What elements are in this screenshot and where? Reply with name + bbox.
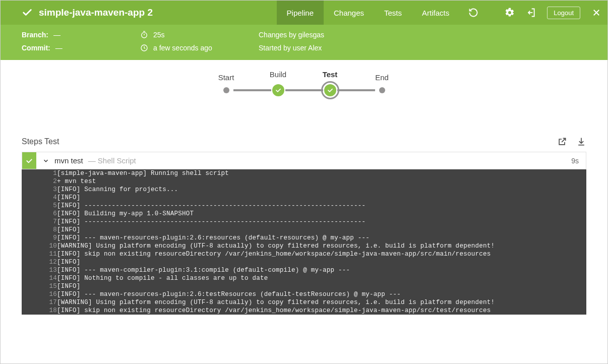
branch-label: Branch: xyxy=(22,31,48,39)
log-line: 8[INFO] xyxy=(22,226,586,234)
meta-started: Started by user Alex xyxy=(259,44,586,52)
age-value: a few seconds ago xyxy=(153,44,212,52)
pipeline-graph: StartBuildTestEnd xyxy=(1,60,607,137)
stage-label: Test xyxy=(323,70,338,79)
tab-tests[interactable]: Tests xyxy=(374,1,412,25)
log-line: 2+ mvn test xyxy=(22,177,586,186)
meta-branch: Branch: — xyxy=(22,31,140,39)
step-desc: — Shell Script xyxy=(88,156,136,165)
stage-label: Start xyxy=(218,73,234,82)
stage-start[interactable]: Start xyxy=(219,87,233,93)
log-line: 12[INFO] xyxy=(22,258,586,266)
logout-button[interactable]: Logout xyxy=(547,7,580,19)
log-line: 3[INFO] Scanning for projects... xyxy=(22,186,586,194)
log-line: 5[INFO] --------------------------------… xyxy=(22,202,586,210)
stage-end[interactable]: End xyxy=(375,87,389,93)
close-icon[interactable] xyxy=(591,8,601,18)
check-icon xyxy=(324,84,336,96)
steps-title: Steps Test xyxy=(22,137,59,146)
log-line: 9[INFO] --- maven-resources-plugin:2.6:r… xyxy=(22,234,586,242)
meta-age: a few seconds ago xyxy=(140,44,259,52)
dot-icon xyxy=(223,87,229,93)
check-icon xyxy=(272,84,284,96)
commit-value: — xyxy=(55,44,63,52)
tab-pipeline[interactable]: Pipeline xyxy=(277,1,324,25)
step-name: mvn test xyxy=(54,156,83,165)
stage-label: End xyxy=(375,73,389,82)
log-line: 17[WARNING] Using platform encoding (UTF… xyxy=(22,298,586,307)
stage-label: Build xyxy=(270,70,286,79)
clock-icon xyxy=(140,44,148,52)
stage-test[interactable]: Test xyxy=(323,84,337,96)
gear-icon[interactable] xyxy=(505,8,515,18)
meta-commit: Commit: — xyxy=(22,44,140,52)
changes-value: Changes by gilesgas xyxy=(259,31,324,39)
page-title: simple-java-maven-app 2 xyxy=(39,7,153,18)
step-duration: 9s xyxy=(564,152,586,169)
tab-bar: PipelineChangesTestsArtifacts xyxy=(277,1,460,25)
meta-changes: Changes by gilesgas xyxy=(259,31,586,39)
log-line: 11[INFO] skip non existing resourceDirec… xyxy=(22,250,586,258)
log-line: 13[INFO] --- maven-compiler-plugin:3.1:c… xyxy=(22,266,586,274)
log-line: 10[WARNING] Using platform encoding (UTF… xyxy=(22,242,586,250)
exit-icon[interactable] xyxy=(526,8,536,18)
stage-build[interactable]: Build xyxy=(271,84,285,96)
console-log[interactable]: 1[simple-java-maven-app] Running shell s… xyxy=(22,169,586,315)
step-row: mvn test — Shell Script 9s xyxy=(22,152,586,169)
rerun-icon[interactable] xyxy=(468,8,478,18)
started-value: Started by user Alex xyxy=(259,44,322,52)
branch-value: — xyxy=(53,31,60,39)
svg-point-2 xyxy=(142,32,147,38)
commit-label: Commit: xyxy=(22,44,50,52)
open-external-icon[interactable] xyxy=(557,137,567,147)
duration-value: 25s xyxy=(153,31,165,39)
tab-changes[interactable]: Changes xyxy=(324,1,374,25)
chevron-down-icon xyxy=(42,157,49,164)
log-line: 7[INFO] --------------------------------… xyxy=(22,218,586,226)
tab-artifacts[interactable]: Artifacts xyxy=(412,1,459,25)
download-icon[interactable] xyxy=(576,137,586,147)
log-line: 18[INFO] skip non existing resourceDirec… xyxy=(22,307,586,315)
status-check-icon xyxy=(22,7,33,18)
log-line: 1[simple-java-maven-app] Running shell s… xyxy=(22,169,586,177)
log-line: 6[INFO] Building my-app 1.0-SNAPSHOT xyxy=(22,210,586,218)
step-status-icon xyxy=(22,152,36,169)
log-line: 16[INFO] --- maven-resources-plugin:2.6:… xyxy=(22,290,586,298)
dot-icon xyxy=(379,87,385,93)
log-line: 14[INFO] Nothing to compile - all classe… xyxy=(22,274,586,282)
stopwatch-icon xyxy=(140,31,148,39)
log-line: 15[INFO] xyxy=(22,282,586,290)
meta-duration: 25s xyxy=(140,31,259,39)
log-line: 4[INFO] xyxy=(22,194,586,202)
step-toggle[interactable]: mvn test — Shell Script xyxy=(36,152,564,169)
